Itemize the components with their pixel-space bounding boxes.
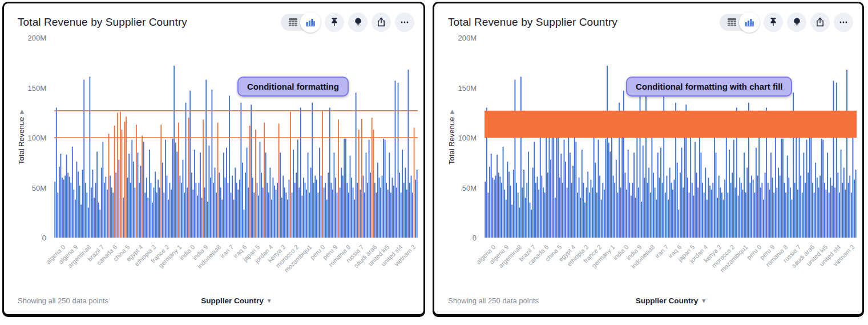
bar[interactable] — [516, 183, 517, 238]
bar[interactable] — [139, 183, 140, 238]
bar[interactable] — [111, 188, 112, 238]
bar[interactable] — [297, 140, 298, 238]
bar[interactable] — [562, 183, 563, 238]
bar[interactable] — [282, 176, 284, 238]
bar[interactable] — [806, 140, 808, 238]
bar[interactable] — [525, 198, 526, 238]
bar[interactable] — [191, 172, 192, 238]
bar[interactable] — [519, 208, 520, 238]
bar[interactable] — [369, 140, 370, 238]
pin-button[interactable] — [325, 13, 344, 32]
bar[interactable] — [334, 153, 335, 238]
bar[interactable] — [797, 190, 798, 238]
bar[interactable] — [574, 136, 575, 238]
bar[interactable] — [341, 168, 342, 238]
bar[interactable] — [72, 147, 73, 238]
bar[interactable] — [401, 192, 402, 238]
bar[interactable] — [265, 153, 267, 238]
bar[interactable] — [280, 153, 281, 238]
bar[interactable] — [709, 186, 710, 238]
bar[interactable] — [760, 188, 761, 238]
bar[interactable] — [546, 126, 547, 238]
bar[interactable] — [316, 180, 317, 238]
bar[interactable] — [83, 80, 84, 238]
bar[interactable] — [553, 130, 554, 238]
bar[interactable] — [354, 200, 355, 238]
bar[interactable] — [729, 150, 730, 238]
bar[interactable] — [697, 188, 699, 238]
bar[interactable] — [659, 178, 660, 238]
bar[interactable] — [105, 176, 106, 238]
bar[interactable] — [240, 103, 241, 238]
bar[interactable] — [59, 167, 60, 238]
bar[interactable] — [827, 153, 828, 238]
bar[interactable] — [541, 176, 542, 238]
bar[interactable] — [750, 183, 751, 238]
bar[interactable] — [70, 183, 71, 238]
bar[interactable] — [268, 192, 269, 238]
bar[interactable] — [657, 153, 659, 238]
bar[interactable] — [194, 150, 195, 238]
bar[interactable] — [328, 172, 329, 238]
bar[interactable] — [317, 192, 318, 238]
bar[interactable] — [133, 162, 134, 238]
bar[interactable] — [653, 172, 654, 238]
bar[interactable] — [531, 210, 532, 238]
bar[interactable] — [298, 188, 300, 238]
bar[interactable] — [260, 142, 261, 238]
bar[interactable] — [188, 118, 189, 238]
bar[interactable] — [67, 172, 68, 238]
bar[interactable] — [383, 139, 384, 238]
bar[interactable] — [852, 128, 853, 238]
bar[interactable] — [598, 140, 599, 238]
bar[interactable] — [184, 192, 185, 238]
bar[interactable] — [590, 180, 591, 238]
share-export-button[interactable] — [810, 13, 830, 32]
dimension-selector[interactable]: Supplier Country▼ — [201, 296, 272, 305]
bar[interactable] — [721, 192, 722, 238]
bar[interactable] — [351, 178, 352, 238]
bar[interactable] — [342, 176, 344, 238]
bar[interactable] — [252, 178, 253, 238]
bar[interactable] — [346, 183, 348, 238]
bar[interactable] — [586, 188, 587, 238]
bar[interactable] — [325, 183, 326, 238]
bar[interactable] — [584, 203, 586, 238]
bar[interactable] — [251, 105, 252, 238]
bar[interactable] — [761, 183, 762, 238]
bar[interactable] — [356, 93, 357, 238]
bar[interactable] — [518, 192, 519, 238]
bar[interactable] — [532, 168, 534, 238]
bar[interactable] — [200, 153, 201, 238]
bar[interactable] — [528, 152, 529, 238]
bar[interactable] — [592, 188, 593, 238]
bar[interactable] — [258, 196, 259, 238]
bar[interactable] — [683, 188, 684, 238]
bar[interactable] — [172, 139, 173, 238]
bar[interactable] — [834, 188, 835, 238]
more-options-button[interactable] — [395, 13, 414, 32]
bar[interactable] — [237, 190, 239, 238]
bar[interactable] — [614, 183, 615, 238]
bar[interactable] — [513, 170, 514, 238]
bar[interactable] — [235, 168, 236, 238]
bar[interactable] — [163, 192, 164, 238]
bar[interactable] — [818, 188, 819, 238]
bar[interactable] — [406, 190, 407, 238]
bar[interactable] — [249, 126, 251, 238]
bar[interactable] — [255, 130, 256, 238]
bar[interactable] — [753, 180, 754, 238]
insights-bulb-button[interactable] — [787, 13, 806, 32]
bar[interactable] — [829, 192, 830, 238]
bar[interactable] — [839, 192, 840, 238]
bar[interactable] — [131, 140, 132, 238]
bar[interactable] — [221, 200, 223, 238]
bar[interactable] — [660, 148, 661, 238]
bar[interactable] — [837, 172, 838, 238]
bar[interactable] — [662, 183, 663, 238]
bar[interactable] — [792, 200, 793, 238]
bar[interactable] — [348, 192, 349, 238]
bar[interactable] — [150, 183, 151, 238]
bar[interactable] — [219, 172, 220, 238]
bar[interactable] — [601, 200, 602, 238]
